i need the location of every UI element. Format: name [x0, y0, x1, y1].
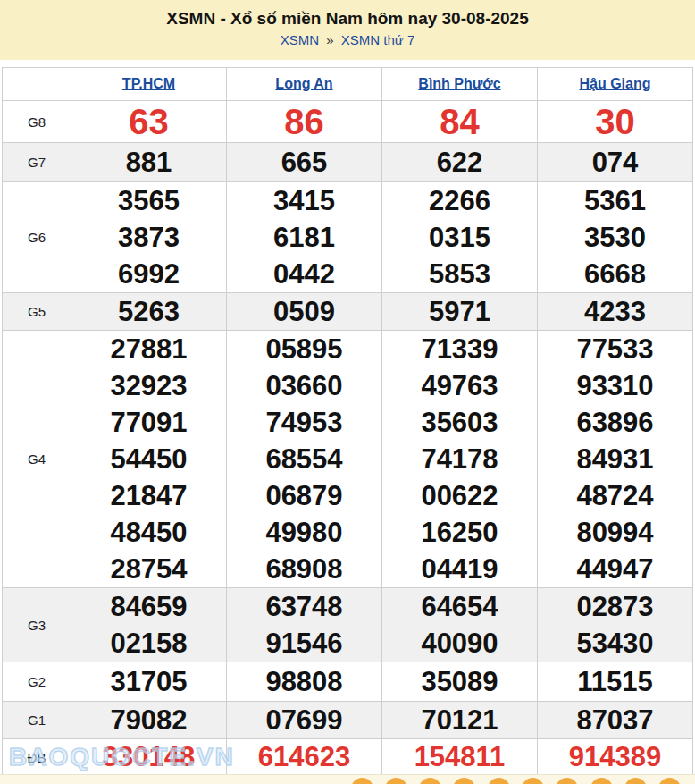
prize-label: G4: [3, 331, 71, 588]
prize-number: 5971: [382, 293, 537, 330]
prize-number: 02873: [538, 588, 692, 625]
prize-number: 31705: [71, 663, 226, 700]
prize-number: 77533: [538, 331, 692, 367]
prize-number: 6181: [227, 219, 381, 256]
lotto-ball-icon: [556, 778, 578, 784]
results-table-body: G863868430G7881665622074G635653873699234…: [3, 101, 693, 776]
result-cell: 536135306668: [538, 182, 693, 293]
prize-number: 07699: [227, 702, 381, 738]
province-link[interactable]: Bình Phước: [418, 76, 500, 91]
prize-number: 0315: [382, 219, 537, 256]
prize-number: 06879: [227, 477, 381, 514]
prize-number: 64654: [382, 588, 537, 625]
prize-number: 154811: [382, 739, 537, 775]
prize-row: G384659021586374891546646544009002873534…: [3, 588, 693, 662]
prize-number: 21847: [71, 477, 226, 514]
province-link[interactable]: Hậu Giang: [579, 76, 650, 91]
prize-row: G427881329237709154450218474845028754058…: [3, 331, 693, 588]
prize-number: 27881: [71, 331, 226, 367]
prize-number: 5361: [538, 182, 692, 219]
prize-number: 11515: [538, 663, 692, 700]
prize-number: 881: [71, 144, 226, 181]
result-cell: 84: [382, 101, 538, 143]
result-cell: 79082: [71, 702, 227, 739]
result-cell: 35089: [382, 662, 538, 702]
result-cell: 356538736992: [71, 182, 227, 293]
column-header-0: TP.HCM: [71, 68, 227, 101]
prize-number: 54450: [71, 441, 226, 477]
prize-row: G231705988083508911515: [3, 662, 693, 702]
column-header-2: Bình Phước: [382, 68, 538, 101]
lotto-ball-icon: [488, 778, 510, 784]
prize-number: 63: [71, 101, 226, 142]
prize-label: G1: [3, 702, 71, 739]
corner-cell: [3, 68, 71, 101]
prize-number: 622: [382, 144, 537, 181]
result-cell: 6465440090: [382, 588, 538, 662]
prize-number: 914389: [538, 739, 692, 775]
prize-label: G8: [3, 101, 71, 143]
result-cell: 226603155853: [382, 182, 538, 293]
result-cell: 5971: [382, 293, 538, 331]
prize-number: 98808: [227, 663, 381, 700]
prize-label: G5: [3, 293, 71, 331]
province-link[interactable]: TP.HCM: [122, 76, 175, 91]
prize-number: 68908: [227, 551, 381, 587]
result-cell: 07699: [227, 702, 382, 739]
result-cell: 622: [382, 143, 538, 182]
prize-number: 79082: [71, 702, 226, 738]
prize-number: 5853: [382, 256, 537, 292]
result-cell: 614623: [227, 739, 382, 776]
page-title: XSMN - Xổ số miền Nam hôm nay 30-08-2025: [0, 9, 695, 29]
lotto-ball-icon: [522, 778, 544, 784]
page-header: XSMN - Xổ số miền Nam hôm nay 30-08-2025…: [0, 0, 695, 60]
prize-number: 04419: [382, 551, 537, 587]
prize-label: ĐB: [3, 739, 71, 776]
result-cell: 71339497633560374178006221625004419: [382, 331, 538, 588]
prize-number: 70121: [382, 702, 537, 738]
prize-number: 00622: [382, 477, 537, 514]
prize-number: 2266: [382, 182, 537, 219]
prize-row: G635653873699234156181044222660315585353…: [3, 182, 693, 293]
prize-number: 3530: [538, 219, 692, 256]
breadcrumb-separator-icon: »: [326, 32, 333, 47]
lotto-ball-icon: [351, 778, 373, 784]
prize-label: G7: [3, 143, 71, 182]
breadcrumb-link-xsmn[interactable]: XSMN: [281, 32, 319, 47]
column-header-1: Long An: [227, 68, 382, 101]
result-cell: 330148: [71, 739, 227, 776]
prize-row: G55263050959714233: [3, 293, 693, 331]
result-cell: 4233: [538, 293, 693, 331]
prize-number: 91546: [227, 625, 381, 662]
prize-number: 02158: [71, 625, 226, 662]
prize-label: G2: [3, 662, 71, 702]
result-cell: 6374891546: [227, 588, 382, 662]
result-cell: 87037: [538, 702, 693, 739]
result-cell: 0509: [227, 293, 382, 331]
prize-label: G6: [3, 182, 71, 293]
prize-number: 77091: [71, 404, 226, 441]
prize-number: 5263: [71, 293, 226, 330]
result-cell: 98808: [227, 662, 382, 702]
prize-number: 87037: [538, 702, 692, 738]
prize-number: 63748: [227, 588, 381, 625]
result-cell: 77533933106389684931487248099444947: [538, 331, 693, 588]
province-link[interactable]: Long An: [275, 76, 332, 91]
column-header-3: Hậu Giang: [538, 68, 693, 101]
column-header-row: TP.HCMLong AnBình PhướcHậu Giang: [3, 68, 693, 101]
prize-number: 40090: [382, 625, 537, 662]
prize-row: G7881665622074: [3, 143, 693, 182]
prize-number: 63896: [538, 404, 692, 441]
prize-number: 03660: [227, 367, 381, 404]
prize-number: 80994: [538, 514, 692, 551]
prize-number: 71339: [382, 331, 537, 367]
prize-number: 3873: [71, 219, 226, 256]
prize-number: 49763: [382, 367, 537, 404]
breadcrumb-link-xsmn-thu7[interactable]: XSMN thứ 7: [341, 32, 415, 47]
result-cell: 05895036607495368554068794998068908: [227, 331, 382, 588]
prize-number: 35603: [382, 404, 537, 441]
prize-number: 30: [538, 101, 692, 142]
result-cell: 86: [227, 101, 382, 143]
breadcrumb: XSMN » XSMN thứ 7: [0, 32, 695, 47]
result-cell: 27881329237709154450218474845028754: [71, 331, 227, 588]
